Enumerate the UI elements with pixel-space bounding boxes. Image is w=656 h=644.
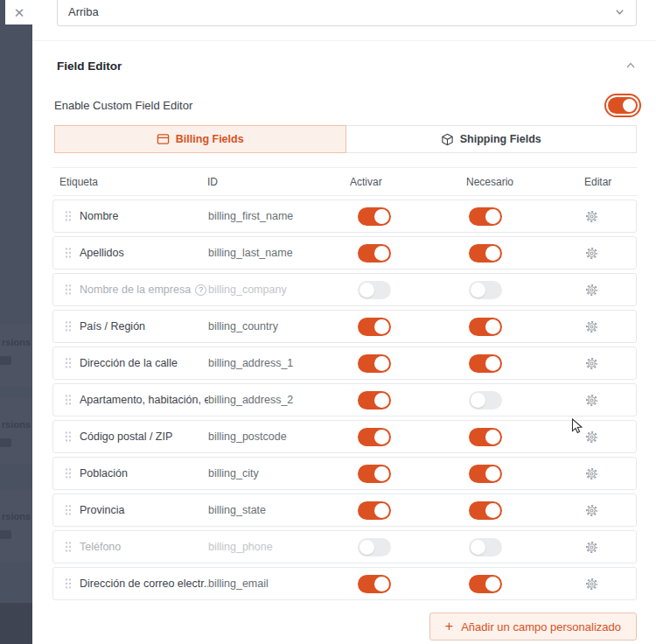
field-id: billing_address_1	[208, 357, 293, 369]
field-id: billing_postcode	[208, 430, 287, 443]
chevron-down-icon	[614, 6, 625, 18]
drag-handle-icon[interactable]	[65, 284, 72, 296]
required-toggle[interactable]	[469, 207, 502, 226]
active-cell	[351, 281, 467, 299]
table-row: Código postal / ZIPbilling_postcode	[52, 420, 637, 453]
required-cell	[467, 391, 578, 410]
toggle-knob	[374, 430, 389, 444]
active-toggle[interactable]	[358, 391, 391, 410]
drag-handle-icon[interactable]	[65, 210, 72, 222]
sidebar-card-fragment	[0, 324, 32, 387]
gear-icon[interactable]	[585, 284, 598, 297]
drag-handle-icon[interactable]	[65, 394, 72, 406]
field-label: Dirección de correo electr...	[80, 578, 208, 590]
active-cell	[351, 428, 467, 446]
toggle-knob	[359, 283, 374, 298]
drag-handle-icon[interactable]	[65, 247, 72, 259]
required-toggle[interactable]	[469, 428, 502, 446]
gear-icon[interactable]	[585, 394, 598, 407]
label-cell: País / Región	[53, 320, 208, 332]
label-cell: Teléfono	[53, 541, 208, 553]
required-toggle[interactable]	[469, 244, 502, 262]
credit-card-icon	[157, 133, 170, 145]
gear-icon[interactable]	[585, 467, 598, 480]
active-toggle[interactable]	[358, 281, 391, 299]
gear-icon[interactable]	[585, 357, 598, 370]
field-id: billing_city	[208, 467, 259, 480]
enable-field-editor-label: Enable Custom Field Editor	[54, 99, 192, 112]
required-toggle[interactable]	[469, 318, 502, 336]
position-select[interactable]: Arriba	[57, 0, 637, 26]
toggle-knob	[471, 393, 485, 408]
active-cell	[351, 538, 467, 556]
label-cell: Apellidos	[53, 247, 208, 259]
toggle-knob	[359, 540, 374, 555]
drag-handle-icon[interactable]	[65, 320, 72, 332]
required-toggle[interactable]	[469, 465, 502, 483]
toggle-knob	[623, 99, 636, 112]
active-toggle[interactable]	[358, 465, 391, 483]
required-toggle[interactable]	[469, 538, 502, 556]
label-cell: Provincia	[53, 504, 208, 516]
gear-icon[interactable]	[585, 247, 598, 260]
drag-handle-icon[interactable]	[65, 541, 72, 553]
active-cell	[351, 207, 467, 226]
label-cell: Nombre de la empresa?	[53, 284, 208, 296]
required-toggle[interactable]	[469, 281, 502, 299]
table-row: Apellidosbilling_last_name	[52, 236, 637, 270]
active-toggle[interactable]	[358, 575, 391, 593]
field-label: Nombre	[80, 210, 118, 222]
active-toggle[interactable]	[358, 538, 391, 556]
edit-cell	[578, 578, 636, 591]
column-header: Necesario	[466, 176, 577, 188]
active-toggle[interactable]	[358, 244, 391, 262]
gear-icon[interactable]	[585, 541, 598, 554]
active-toggle[interactable]	[358, 354, 391, 373]
toggle-knob	[485, 577, 500, 592]
settings-panel: Arriba Field Editor Enable Custom Field …	[32, 0, 656, 644]
fields-table: EtiquetaIDActivarNecesarioEditar Nombreb…	[52, 167, 637, 604]
gear-icon[interactable]	[585, 578, 598, 591]
collapse-chevron-up-icon[interactable]	[625, 60, 637, 72]
gear-icon[interactable]	[585, 504, 598, 517]
drag-handle-icon[interactable]	[65, 430, 72, 443]
required-toggle[interactable]	[469, 391, 502, 410]
close-button[interactable]: ✕	[5, 0, 33, 24]
toggle-knob	[374, 356, 389, 371]
edit-cell	[578, 284, 636, 297]
toggle-knob	[374, 246, 389, 261]
drag-handle-icon[interactable]	[65, 467, 72, 480]
active-toggle[interactable]	[358, 501, 391, 520]
tab-shipping-fields[interactable]: Shipping Fields	[346, 125, 638, 153]
field-label: País / Región	[80, 320, 145, 332]
drag-handle-icon[interactable]	[65, 357, 72, 369]
active-cell	[351, 244, 467, 262]
required-toggle[interactable]	[469, 354, 502, 373]
active-toggle[interactable]	[358, 318, 391, 336]
edit-cell	[578, 541, 636, 554]
table-row: Apartamento, habitación, esc...billing_a…	[52, 383, 637, 416]
drag-handle-icon[interactable]	[65, 578, 72, 590]
gear-icon[interactable]	[585, 210, 598, 223]
required-cell	[467, 207, 578, 226]
edit-cell	[578, 467, 636, 480]
toggle-knob	[374, 466, 389, 481]
gear-icon[interactable]	[585, 320, 598, 333]
required-cell	[467, 538, 578, 556]
required-toggle[interactable]	[469, 575, 502, 593]
add-custom-field-button[interactable]: + Añadir un campo personalizado	[429, 612, 637, 640]
drag-handle-icon[interactable]	[65, 504, 72, 516]
tab-label: Shipping Fields	[460, 133, 541, 145]
enable-field-editor-toggle[interactable]	[604, 94, 641, 117]
section-title: Field Editor	[57, 60, 122, 73]
tab-billing-fields[interactable]: Billing Fields	[54, 125, 346, 153]
edit-cell	[578, 247, 636, 260]
active-toggle[interactable]	[358, 428, 391, 446]
required-toggle[interactable]	[469, 501, 502, 520]
gear-icon[interactable]	[585, 430, 598, 444]
active-toggle[interactable]	[358, 207, 391, 226]
help-icon[interactable]: ?	[195, 284, 206, 296]
id-cell: billing_address_1	[208, 357, 351, 369]
label-cell: Dirección de correo electr...?	[53, 578, 208, 590]
tab-label: Billing Fields	[176, 133, 244, 145]
